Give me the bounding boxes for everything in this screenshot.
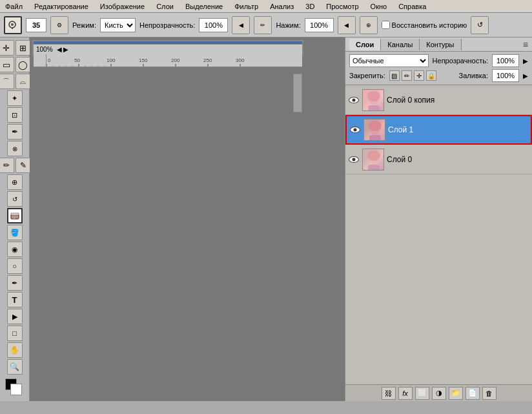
layer-visibility-0[interactable]	[348, 94, 360, 106]
layer-item-1[interactable]: Слой 1	[345, 115, 532, 145]
restore-history-label[interactable]: Восстановить историю	[382, 21, 467, 29]
marquee-rect-tool[interactable]: ▭	[0, 57, 14, 72]
layer-thumb-svg-0	[363, 90, 384, 111]
layer-visibility-1[interactable]	[349, 124, 361, 136]
pencil-tool[interactable]: ✎	[15, 158, 31, 173]
menu-3d[interactable]: 3D	[303, 3, 317, 10]
panel-menu-btn[interactable]: ≡	[523, 39, 528, 50]
link-layers-btn[interactable]: ⛓	[382, 387, 396, 400]
crop-tool[interactable]: ⊡	[7, 107, 23, 123]
tablet-pressure-btn[interactable]: ✏	[254, 16, 272, 34]
scrollbar-v-thumb[interactable]	[293, 74, 302, 112]
tab-layers[interactable]: Слои	[349, 39, 381, 50]
dodge-tool[interactable]: ○	[7, 258, 23, 274]
color-selector[interactable]	[5, 378, 25, 395]
menu-layers[interactable]: Слои	[154, 3, 176, 10]
menu-bar: Файл Редактирование Изображение Слои Выд…	[0, 0, 532, 13]
opacity-arrow[interactable]: ▶	[523, 57, 528, 65]
menu-edit[interactable]: Редактирование	[32, 3, 91, 10]
svg-rect-57	[369, 135, 381, 141]
lock-transparency-icon[interactable]: ▨	[389, 70, 400, 81]
eyedropper-tool[interactable]: ✒	[7, 124, 23, 140]
tab-paths[interactable]: Контуры	[420, 39, 461, 50]
layer-visibility-2[interactable]	[348, 154, 360, 165]
layers-panel: Слои Каналы Контуры ≡ Обычные Непрозрачн…	[345, 37, 532, 401]
zoom-tool[interactable]: 🔍	[7, 359, 23, 375]
add-mask-btn[interactable]: ⬜	[415, 387, 429, 400]
brush-tool[interactable]: ✏	[0, 158, 14, 173]
polygon-lasso-tool[interactable]: ⌓	[15, 74, 31, 89]
zoom-percent: 100%	[36, 46, 53, 53]
fill-label: Заливка:	[459, 72, 488, 79]
menu-file[interactable]: Файл	[3, 3, 25, 10]
svg-text:100: 100	[107, 57, 116, 63]
menu-image[interactable]: Изображение	[97, 3, 147, 10]
svg-text:150: 150	[139, 57, 148, 63]
svg-point-60	[367, 150, 380, 161]
rectangle-shape-tool[interactable]: □	[7, 326, 23, 341]
menu-window[interactable]: Окно	[368, 3, 390, 10]
eye-icon-0	[349, 97, 359, 103]
lock-paint-icon[interactable]: ✏	[402, 70, 412, 81]
marquee-ellipse-tool[interactable]: ◯	[15, 57, 31, 72]
clone-btn[interactable]: ⊕	[360, 16, 378, 34]
layer-item-2[interactable]: Слой 0	[345, 145, 532, 174]
main-area: ✛ ⊞ ▭ ◯ ⌒ ⌓ ✦ ⊡ ✒ ⊗ ✏ ✎ ⊕ ↺	[0, 37, 532, 401]
new-group-btn[interactable]: 📁	[449, 387, 463, 400]
pressure-label: Нажим:	[276, 21, 300, 29]
menu-view[interactable]: Просмотр	[323, 3, 361, 10]
svg-rect-5	[11, 213, 19, 215]
svg-rect-53	[368, 105, 380, 111]
hand-tool[interactable]: ✋	[7, 342, 23, 358]
svg-point-56	[369, 121, 382, 131]
mode-select[interactable]: Кисть	[100, 18, 136, 32]
eye-icon-2	[349, 156, 359, 163]
layer-name-2: Слой 0	[387, 155, 529, 164]
menu-filter[interactable]: Фильтр	[232, 3, 261, 10]
layer-item-0[interactable]: Слой 0 копия	[345, 85, 532, 115]
tab-channels[interactable]: Каналы	[381, 39, 420, 50]
pen-tool[interactable]: ✒	[7, 275, 23, 291]
magic-wand-tool[interactable]: ✦	[7, 90, 23, 106]
blend-mode-select[interactable]: Обычные	[349, 54, 429, 67]
paint-bucket-tool[interactable]: 🪣	[7, 225, 23, 240]
layer-thumb-2	[362, 149, 384, 171]
add-adjustment-btn[interactable]: ◑	[432, 387, 446, 400]
artboard-tool[interactable]: ⊞	[15, 40, 31, 56]
spot-heal-tool[interactable]: ⊗	[7, 141, 23, 156]
background-color[interactable]	[10, 384, 22, 395]
svg-text:50: 50	[74, 57, 80, 63]
opacity-ctrl-input[interactable]	[492, 54, 519, 67]
eraser-tool[interactable]	[7, 208, 23, 223]
text-tool[interactable]: T	[7, 292, 23, 307]
layer-fx-btn[interactable]: fx	[398, 387, 413, 400]
menu-analysis[interactable]: Анализ	[267, 3, 296, 10]
brush-size-display[interactable]: 35	[26, 18, 46, 32]
pressure-arrow-btn[interactable]: ◀	[338, 16, 356, 34]
opacity-airbrush-btn[interactable]: ◀	[232, 16, 250, 34]
move-tool[interactable]: ✛	[0, 40, 14, 56]
menu-select[interactable]: Выделение	[183, 3, 225, 10]
history-brush-icon[interactable]: ↺	[471, 16, 489, 34]
ruler-corner	[34, 54, 46, 67]
new-layer-btn[interactable]: 📄	[466, 387, 480, 400]
opacity-input[interactable]	[199, 18, 228, 32]
delete-layer-btn[interactable]: 🗑	[482, 387, 496, 400]
pressure-input[interactable]	[305, 18, 334, 32]
nav-arrows[interactable]: ◀ ▶	[57, 46, 69, 53]
lock-move-icon[interactable]: ✛	[414, 70, 424, 81]
lasso-tool[interactable]: ⌒	[0, 74, 14, 89]
blur-tool[interactable]: ◉	[7, 242, 23, 257]
lock-all-icon[interactable]: 🔒	[426, 70, 436, 81]
restore-history-checkbox[interactable]	[382, 21, 390, 29]
fill-arrow[interactable]: ▶	[523, 72, 528, 79]
svg-text:0: 0	[48, 57, 51, 63]
brush-tool-btn[interactable]	[4, 16, 22, 34]
menu-help[interactable]: Справка	[396, 3, 429, 10]
clone-stamp-tool[interactable]: ⊕	[7, 174, 23, 190]
path-selection-tool[interactable]: ▶	[7, 309, 23, 324]
doc-status-bar: 100% ◀ ▶	[34, 44, 302, 54]
history-brush-tool[interactable]: ↺	[7, 191, 23, 207]
fill-input[interactable]	[492, 69, 519, 82]
brush-options-btn[interactable]: ⚙	[50, 16, 68, 34]
